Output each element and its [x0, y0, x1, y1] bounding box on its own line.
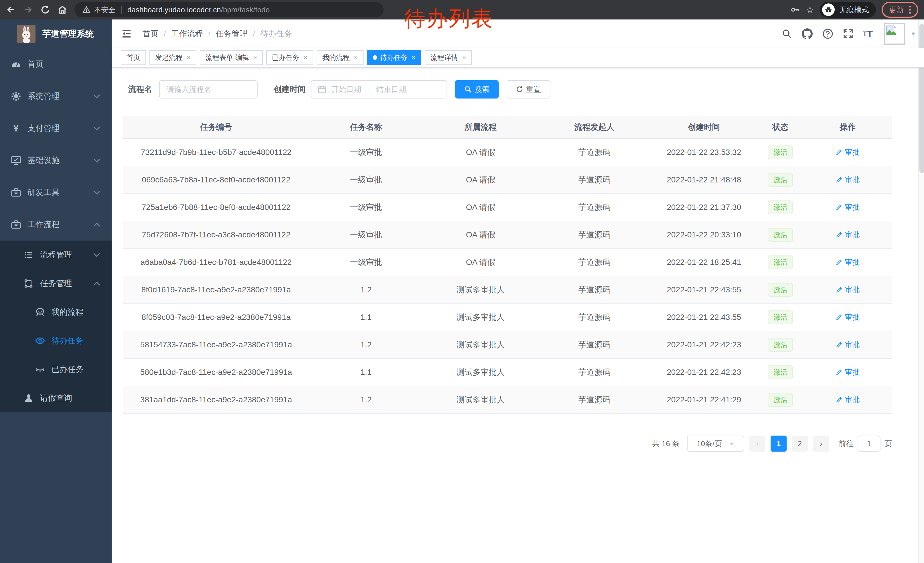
process-name-input[interactable] [159, 80, 258, 99]
key-icon[interactable] [790, 5, 800, 15]
close-icon[interactable]: × [412, 54, 416, 62]
cell-task-id: 725a1eb6-7b88-11ec-8ef0-acde48001122 [123, 194, 309, 221]
sidebar-item-workflow[interactable]: 工作流程 [0, 209, 112, 240]
home-icon[interactable] [54, 1, 71, 18]
avatar[interactable] [884, 23, 905, 45]
tab-label: 首页 [126, 53, 140, 62]
forward-icon[interactable] [20, 1, 37, 18]
page-button-2[interactable]: 2 [792, 435, 808, 452]
tab[interactable]: 发起流程× [149, 50, 196, 65]
github-icon[interactable] [802, 29, 813, 39]
breadcrumb-task-mgmt[interactable]: 任务管理 [216, 29, 248, 39]
back-icon[interactable] [2, 1, 20, 18]
date-range-picker[interactable]: 开始日期 - 结束日期 [311, 80, 447, 99]
tab[interactable]: 首页 [121, 50, 146, 65]
table-row[interactable]: 725a1eb6-7b88-11ec-8ef0-acde48001122 一级审… [123, 194, 892, 221]
approve-link-label: 审批 [845, 257, 860, 267]
sidebar-item-process-mgmt[interactable]: 流程管理 [0, 240, 112, 269]
table-row[interactable]: 73211d9d-7b9b-11ec-b5b7-acde48001122 一级审… [123, 139, 892, 166]
cell-process: OA 请假 [423, 249, 538, 276]
table-row[interactable]: a6aba0a4-7b6d-11ec-b781-acde48001122 一级审… [123, 249, 892, 276]
approve-link[interactable]: 审批 [836, 202, 860, 212]
table-row[interactable]: 8f0d1619-7ac8-11ec-a9e2-a2380e71991a 1.2… [123, 276, 892, 303]
table-row[interactable]: 381aa1dd-7ac8-11ec-a9e2-a2380e71991a 1.2… [123, 386, 892, 413]
approve-link[interactable]: 审批 [836, 257, 860, 267]
reload-icon[interactable] [37, 1, 54, 18]
screen: 不安全 dashboard.yudao.iocoder.cn/bpm/task/… [0, 0, 924, 563]
update-button[interactable]: 更新 [882, 2, 918, 18]
sidebar-item-devtools[interactable]: 研发工具 [0, 176, 112, 209]
cell-actions: 审批 [804, 194, 892, 221]
approve-link-label: 审批 [845, 285, 860, 295]
cell-actions: 审批 [804, 303, 892, 331]
tab[interactable]: 流程表单-编辑× [200, 50, 263, 65]
tab[interactable]: 流程详情× [425, 50, 472, 65]
tab[interactable]: 待办任务× [367, 50, 422, 65]
font-size-icon[interactable]: TT [863, 29, 873, 39]
approve-link[interactable]: 审批 [836, 147, 860, 157]
sidebar-item-done-tasks[interactable]: 已办任务 [0, 355, 112, 384]
prev-page-button[interactable]: ‹ [749, 435, 765, 452]
cell-task-name: 1.2 [309, 386, 423, 413]
table-row[interactable]: 58154733-7ac8-11ec-a9e2-a2380e71991a 1.2… [123, 331, 892, 359]
sidebar-item-leave-query[interactable]: 请假查询 [0, 384, 112, 412]
eye-icon [33, 336, 47, 346]
tab[interactable]: 已办任务× [266, 50, 313, 65]
fullscreen-icon[interactable] [843, 29, 853, 39]
sidebar-item-infra[interactable]: 基础设施 [0, 144, 112, 176]
help-icon[interactable] [822, 29, 833, 39]
tab[interactable]: 我的流程× [316, 50, 363, 65]
sidebar-item-system[interactable]: 系统管理 [0, 80, 112, 112]
sidebar-item-payment[interactable]: ¥ 支付管理 [0, 112, 112, 144]
reset-button[interactable]: 重置 [507, 80, 550, 99]
approve-link[interactable]: 审批 [836, 339, 860, 350]
sidebar-item-home[interactable]: 首页 [0, 48, 112, 80]
close-icon[interactable]: × [462, 54, 466, 62]
cell-task-name: 1.2 [309, 276, 423, 303]
close-icon[interactable]: × [354, 54, 358, 62]
chevron-down-icon: ▼ [729, 441, 735, 446]
table-header-row: 任务编号 任务名称 所属流程 流程发起人 创建时间 状态 操作 [123, 116, 892, 139]
cell-starter: 芋道源码 [538, 386, 650, 413]
close-icon[interactable]: × [253, 54, 257, 62]
page-button-1[interactable]: 1 [771, 435, 787, 452]
approve-link[interactable]: 审批 [836, 175, 860, 185]
search-icon[interactable] [782, 29, 792, 39]
breadcrumb-workflow[interactable]: 工作流程 [171, 29, 203, 39]
approve-link[interactable]: 审批 [836, 285, 860, 295]
sidebar-item-label: 已办任务 [51, 364, 84, 375]
cell-task-id: 381aa1dd-7ac8-11ec-a9e2-a2380e71991a [123, 386, 309, 413]
approve-link[interactable]: 审批 [836, 312, 860, 322]
table-row[interactable]: 8f059c03-7ac8-11ec-a9e2-a2380e71991a 1.1… [123, 303, 892, 331]
table-row[interactable]: 069c6a63-7b8a-11ec-8ef0-acde48001122 一级审… [123, 166, 892, 194]
sidebar-item-my-process[interactable]: 我的流程 [0, 298, 112, 326]
approve-link-label: 审批 [845, 312, 860, 322]
browser-menu-icon[interactable] [909, 6, 911, 14]
sidebar-item-todo-tasks[interactable]: 待办任务 [0, 326, 112, 355]
approve-link[interactable]: 审批 [836, 230, 860, 240]
page-size-select[interactable]: 10条/页 ▼ [687, 435, 744, 452]
approve-link[interactable]: 审批 [836, 367, 860, 377]
cell-starter: 芋道源码 [538, 359, 650, 386]
approve-link[interactable]: 审批 [836, 395, 860, 405]
table-row[interactable]: 580e1b3d-7ac8-11ec-a9e2-a2380e71991a 1.1… [123, 359, 892, 386]
status-badge: 激活 [768, 173, 793, 186]
avatar-caret-icon[interactable]: ▾ [912, 30, 915, 38]
sidebar-item-task-mgmt[interactable]: 任务管理 [0, 269, 112, 298]
url-bar[interactable]: 不安全 dashboard.yudao.iocoder.cn/bpm/task/… [74, 2, 384, 17]
bookmark-star-icon[interactable]: ☆ [806, 5, 814, 14]
table-row[interactable]: 75d72608-7b7f-11ec-a3c8-acde48001122 一级审… [123, 221, 892, 249]
close-icon[interactable]: × [303, 54, 308, 62]
search-button[interactable]: 搜索 [455, 80, 499, 99]
cell-starter: 芋道源码 [538, 166, 650, 194]
scrollbar-thumb[interactable] [920, 24, 924, 173]
tab-label: 待办任务 [380, 53, 408, 62]
breadcrumb-home[interactable]: 首页 [142, 29, 159, 39]
sidebar-collapse-icon[interactable] [121, 28, 132, 39]
close-icon[interactable]: × [187, 54, 190, 62]
goto-page-input[interactable] [858, 435, 880, 452]
page-scrollbar[interactable] [918, 20, 924, 563]
next-page-button[interactable]: › [813, 435, 829, 452]
cell-task-id: 069c6a63-7b8a-11ec-8ef0-acde48001122 [123, 166, 309, 194]
app-logo-block[interactable]: 芋道管理系统 [0, 20, 112, 48]
